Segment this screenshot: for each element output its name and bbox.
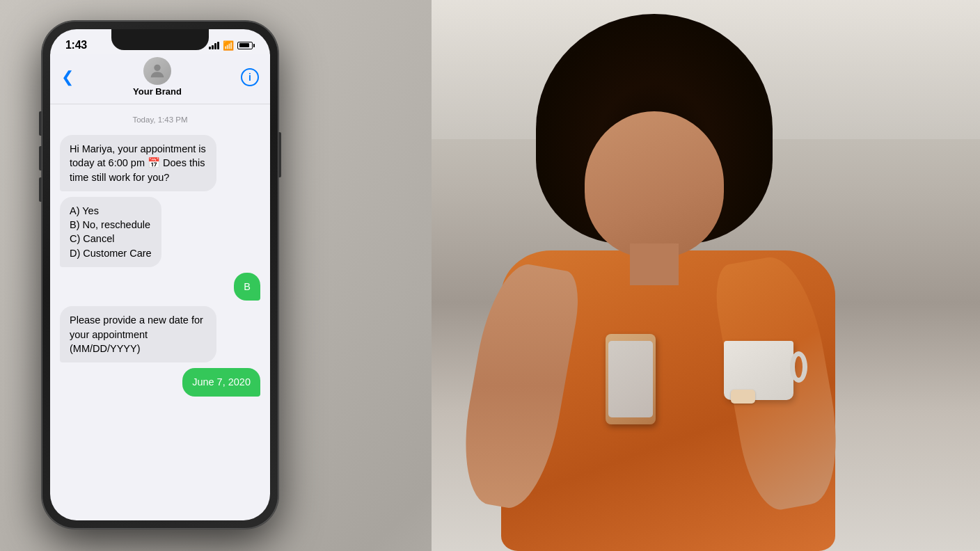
imessage-header: ❮ Your Brand i [50, 54, 270, 104]
message-bubble-received-3: Please provide a new date for your appoi… [60, 306, 216, 362]
message-row: Hi Mariya, your appointment is today at … [60, 135, 260, 191]
message-bubble-received-1: Hi Mariya, your appointment is today at … [60, 135, 216, 191]
message-bubble-sent-2: June 7, 2020 [182, 368, 260, 396]
person-area [432, 0, 980, 551]
message-timestamp: Today, 1:43 PM [60, 115, 260, 124]
signal-icon [209, 42, 219, 49]
message-row: A) YesB) No, rescheduleC) CancelD) Custo… [60, 197, 260, 267]
message-row: Please provide a new date for your appoi… [60, 306, 260, 362]
phone-mockup: 1:43 📶 [42, 21, 278, 529]
messages-area: Today, 1:43 PM Hi Mariya, your appointme… [50, 104, 270, 505]
back-button[interactable]: ❮ [61, 70, 74, 85]
battery-icon [237, 42, 255, 49]
status-time: 1:43 [65, 39, 87, 51]
info-button[interactable]: i [241, 68, 259, 86]
message-bubble-received-2: A) YesB) No, rescheduleC) CancelD) Custo… [60, 197, 161, 267]
message-text: Hi Mariya, your appointment is today at … [70, 143, 206, 183]
contact-name: Your Brand [133, 86, 182, 97]
message-text: A) YesB) No, rescheduleC) CancelD) Custo… [70, 205, 152, 259]
message-text: June 7, 2020 [192, 376, 251, 388]
phone-screen: 1:43 📶 [50, 29, 270, 520]
message-row: June 7, 2020 [60, 368, 260, 396]
message-text: Please provide a new date for your appoi… [70, 314, 203, 354]
notch [111, 29, 209, 50]
phone-frame: 1:43 📶 [42, 21, 278, 529]
svg-point-0 [154, 65, 160, 71]
person-icon [148, 61, 167, 81]
wifi-icon: 📶 [223, 40, 234, 51]
status-icons: 📶 [209, 40, 255, 51]
contact-info: Your Brand [133, 57, 182, 97]
message-text: B [244, 281, 251, 292]
avatar [143, 57, 171, 85]
message-bubble-sent-1: B [234, 273, 260, 301]
message-row: B [60, 273, 260, 301]
